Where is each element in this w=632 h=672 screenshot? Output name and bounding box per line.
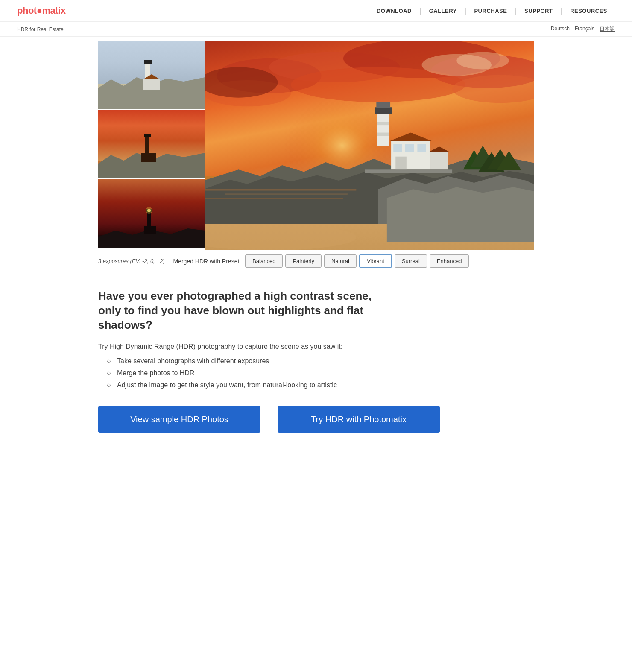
svg-rect-11: [144, 134, 151, 137]
main-hdr-image: [205, 41, 534, 250]
svg-rect-12: [141, 153, 156, 162]
bullet-list: Take several photographs with different …: [98, 357, 534, 389]
intro-paragraph: Try High Dynamic Range (HDR) photography…: [98, 343, 534, 351]
svg-rect-50: [375, 107, 392, 114]
nav-download[interactable]: DOWNLOAD: [369, 8, 419, 14]
svg-rect-59: [225, 194, 348, 195]
bullet-item-3: Adjust the image to get the style you wa…: [107, 381, 534, 389]
svg-rect-5: [143, 79, 160, 90]
preset-buttons: Balanced Painterly Natural Vibrant Surre…: [245, 254, 469, 268]
preset-controls-row: 3 exposures (EV: -2, 0, +2) Merged HDR w…: [98, 254, 534, 268]
svg-point-20: [146, 207, 152, 214]
bullet-item-1: Take several photographs with different …: [107, 357, 534, 365]
main-nav: DOWNLOAD | GALLERY | PURCHASE | SUPPORT …: [369, 6, 615, 15]
svg-rect-49: [377, 133, 389, 136]
thumbnail-1[interactable]: [98, 41, 205, 109]
svg-marker-38: [387, 187, 534, 242]
preset-painterly[interactable]: Painterly: [285, 254, 322, 268]
preset-surreal[interactable]: Surreal: [395, 254, 427, 268]
thumb-3-image: [98, 179, 205, 248]
image-section: [98, 41, 534, 250]
preset-vibrant[interactable]: Vibrant: [359, 254, 392, 268]
thumbnail-2[interactable]: [98, 110, 205, 178]
try-hdr-button[interactable]: Try HDR with Photomatix: [278, 406, 440, 433]
thumbnail-3[interactable]: [98, 179, 205, 248]
subnav: HDR for Real Estate Deutsch Français 日本語: [0, 22, 632, 37]
nav-gallery[interactable]: GALLERY: [421, 8, 465, 14]
exposure-label: 3 exposures (EV: -2, 0, +2): [98, 258, 164, 264]
svg-rect-43: [395, 157, 407, 170]
subnav-real-estate-link[interactable]: HDR for Real Estate: [17, 26, 64, 32]
svg-rect-52: [365, 169, 452, 173]
svg-rect-58: [205, 189, 356, 190]
preset-balanced[interactable]: Balanced: [245, 254, 283, 268]
subnav-japanese-link[interactable]: 日本語: [600, 26, 615, 33]
thumb-1-image: [98, 41, 205, 109]
thumb-2-image: [98, 110, 205, 178]
svg-rect-42: [417, 144, 426, 152]
svg-rect-45: [430, 152, 448, 169]
preset-enhanced[interactable]: Enhanced: [430, 254, 469, 268]
subnav-right: Deutsch Français 日本語: [551, 26, 615, 33]
subnav-left: HDR for Real Estate: [17, 25, 64, 33]
svg-rect-51: [376, 102, 390, 108]
logo[interactable]: phot●matix: [17, 5, 65, 16]
main-scene-svg: [205, 41, 534, 250]
main-content: 3 exposures (EV: -2, 0, +2) Merged HDR w…: [90, 41, 542, 459]
svg-point-31: [456, 52, 509, 70]
preset-merged-label: Merged HDR with Preset:: [173, 258, 241, 265]
content-section: Have you ever photographed a high contra…: [98, 276, 534, 458]
site-header: phot●matix DOWNLOAD | GALLERY | PURCHASE…: [0, 0, 632, 22]
svg-rect-41: [405, 144, 414, 152]
cta-row: View sample HDR Photos Try HDR with Phot…: [98, 406, 534, 433]
svg-rect-60: [205, 198, 343, 199]
svg-rect-18: [144, 226, 156, 234]
thumbnails-column: [98, 41, 205, 250]
subnav-francais-link[interactable]: Français: [575, 26, 594, 33]
logo-text: phot●matix: [17, 5, 65, 16]
svg-rect-47: [377, 113, 389, 146]
svg-rect-40: [393, 144, 402, 152]
page-headline: Have you ever photographed a high contra…: [98, 289, 397, 332]
svg-rect-4: [144, 60, 152, 64]
nav-purchase[interactable]: PURCHASE: [466, 8, 515, 14]
svg-rect-48: [377, 122, 389, 125]
bullet-item-2: Merge the photos to HDR: [107, 369, 534, 377]
subnav-deutsch-link[interactable]: Deutsch: [551, 26, 570, 33]
preset-natural[interactable]: Natural: [324, 254, 357, 268]
nav-support[interactable]: SUPPORT: [517, 8, 560, 14]
view-samples-button[interactable]: View sample HDR Photos: [98, 406, 260, 433]
nav-resources[interactable]: RESOURCES: [562, 8, 615, 14]
